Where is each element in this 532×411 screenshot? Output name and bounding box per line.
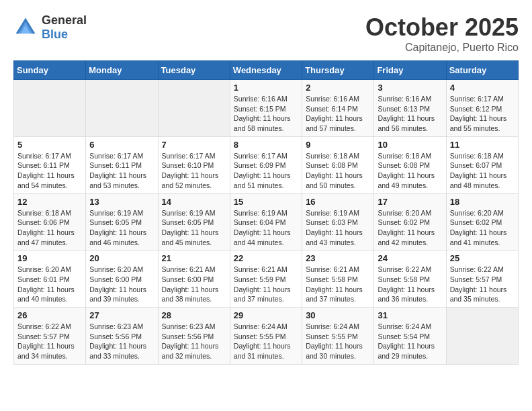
calendar-header: SundayMondayTuesdayWednesdayThursdayFrid… bbox=[14, 61, 519, 80]
calendar-cell: 19Sunrise: 6:20 AMSunset: 6:01 PMDayligh… bbox=[14, 250, 86, 308]
day-number: 21 bbox=[162, 253, 226, 263]
weekday-header-row: SundayMondayTuesdayWednesdayThursdayFrid… bbox=[14, 61, 519, 80]
day-number: 24 bbox=[378, 253, 442, 263]
calendar-week-row: 5Sunrise: 6:17 AMSunset: 6:11 PMDaylight… bbox=[14, 136, 519, 193]
calendar-cell: 9Sunrise: 6:18 AMSunset: 6:08 PMDaylight… bbox=[302, 136, 374, 193]
calendar-cell: 18Sunrise: 6:20 AMSunset: 6:02 PMDayligh… bbox=[446, 193, 518, 250]
calendar-week-row: 19Sunrise: 6:20 AMSunset: 6:01 PMDayligh… bbox=[14, 250, 519, 308]
weekday-header-thursday: Thursday bbox=[302, 61, 374, 80]
day-info: Sunrise: 6:16 AMSunset: 6:13 PMDaylight:… bbox=[378, 94, 442, 134]
weekday-header-monday: Monday bbox=[86, 61, 158, 80]
calendar-cell: 4Sunrise: 6:17 AMSunset: 6:12 PMDaylight… bbox=[446, 80, 518, 137]
day-number: 25 bbox=[450, 253, 515, 263]
day-number: 13 bbox=[89, 197, 154, 207]
day-number: 14 bbox=[162, 197, 226, 207]
day-number: 12 bbox=[17, 197, 82, 207]
day-info: Sunrise: 6:19 AMSunset: 6:04 PMDaylight:… bbox=[234, 208, 298, 248]
day-number: 1 bbox=[234, 83, 298, 93]
day-info: Sunrise: 6:17 AMSunset: 6:11 PMDaylight:… bbox=[89, 151, 154, 191]
calendar-cell: 17Sunrise: 6:20 AMSunset: 6:02 PMDayligh… bbox=[374, 193, 446, 250]
logo-text-blue: Blue bbox=[42, 28, 68, 41]
calendar-cell: 12Sunrise: 6:18 AMSunset: 6:06 PMDayligh… bbox=[14, 193, 86, 250]
day-info: Sunrise: 6:16 AMSunset: 6:15 PMDaylight:… bbox=[234, 94, 298, 134]
calendar-week-row: 1Sunrise: 6:16 AMSunset: 6:15 PMDaylight… bbox=[14, 80, 519, 137]
calendar-cell: 22Sunrise: 6:21 AMSunset: 5:59 PMDayligh… bbox=[230, 250, 302, 308]
weekday-header-sunday: Sunday bbox=[14, 61, 86, 80]
calendar-cell: 25Sunrise: 6:22 AMSunset: 5:57 PMDayligh… bbox=[446, 250, 518, 308]
day-number: 9 bbox=[306, 140, 370, 150]
day-info: Sunrise: 6:24 AMSunset: 5:55 PMDaylight:… bbox=[306, 322, 370, 361]
calendar-cell: 20Sunrise: 6:20 AMSunset: 6:00 PMDayligh… bbox=[86, 250, 158, 308]
calendar-cell: 27Sunrise: 6:23 AMSunset: 5:56 PMDayligh… bbox=[86, 308, 158, 365]
day-info: Sunrise: 6:21 AMSunset: 5:58 PMDaylight:… bbox=[306, 265, 370, 304]
day-number: 15 bbox=[234, 197, 298, 207]
day-number: 3 bbox=[378, 83, 442, 93]
logo: General Blue bbox=[13, 13, 87, 42]
calendar-cell: 11Sunrise: 6:18 AMSunset: 6:07 PMDayligh… bbox=[446, 136, 518, 193]
day-number: 8 bbox=[234, 140, 298, 150]
day-number: 7 bbox=[162, 140, 226, 150]
day-info: Sunrise: 6:18 AMSunset: 6:08 PMDaylight:… bbox=[306, 151, 370, 191]
day-number: 16 bbox=[306, 197, 370, 207]
calendar-cell: 5Sunrise: 6:17 AMSunset: 6:11 PMDaylight… bbox=[14, 136, 86, 193]
day-info: Sunrise: 6:17 AMSunset: 6:12 PMDaylight:… bbox=[450, 94, 515, 134]
day-info: Sunrise: 6:18 AMSunset: 6:08 PMDaylight:… bbox=[378, 151, 442, 191]
calendar-cell: 10Sunrise: 6:18 AMSunset: 6:08 PMDayligh… bbox=[374, 136, 446, 193]
day-info: Sunrise: 6:19 AMSunset: 6:05 PMDaylight:… bbox=[89, 208, 154, 248]
calendar-cell: 29Sunrise: 6:24 AMSunset: 5:55 PMDayligh… bbox=[230, 308, 302, 365]
calendar-cell: 6Sunrise: 6:17 AMSunset: 6:11 PMDaylight… bbox=[86, 136, 158, 193]
calendar-cell bbox=[14, 80, 86, 137]
day-number: 26 bbox=[17, 310, 82, 320]
day-number: 19 bbox=[17, 253, 82, 263]
day-number: 30 bbox=[306, 310, 370, 320]
calendar-cell: 14Sunrise: 6:19 AMSunset: 6:05 PMDayligh… bbox=[158, 193, 230, 250]
calendar-table: SundayMondayTuesdayWednesdayThursdayFrid… bbox=[13, 60, 519, 365]
month-title: October 2025 bbox=[365, 13, 519, 42]
day-number: 31 bbox=[378, 310, 442, 320]
day-info: Sunrise: 6:20 AMSunset: 6:02 PMDaylight:… bbox=[378, 208, 442, 248]
day-number: 29 bbox=[234, 310, 298, 320]
day-info: Sunrise: 6:20 AMSunset: 6:02 PMDaylight:… bbox=[450, 208, 515, 248]
day-number: 27 bbox=[89, 310, 154, 320]
logo-icon bbox=[13, 15, 38, 40]
day-info: Sunrise: 6:23 AMSunset: 5:56 PMDaylight:… bbox=[89, 322, 154, 361]
weekday-header-wednesday: Wednesday bbox=[230, 61, 302, 80]
day-info: Sunrise: 6:22 AMSunset: 5:58 PMDaylight:… bbox=[378, 265, 442, 304]
calendar-cell: 28Sunrise: 6:23 AMSunset: 5:56 PMDayligh… bbox=[158, 308, 230, 365]
day-number: 22 bbox=[234, 253, 298, 263]
day-number: 6 bbox=[89, 140, 154, 150]
day-number: 10 bbox=[378, 140, 442, 150]
day-info: Sunrise: 6:21 AMSunset: 5:59 PMDaylight:… bbox=[234, 265, 298, 304]
calendar-cell: 3Sunrise: 6:16 AMSunset: 6:13 PMDaylight… bbox=[374, 80, 446, 137]
day-info: Sunrise: 6:21 AMSunset: 6:00 PMDaylight:… bbox=[162, 265, 226, 304]
calendar-cell: 16Sunrise: 6:19 AMSunset: 6:03 PMDayligh… bbox=[302, 193, 374, 250]
day-info: Sunrise: 6:20 AMSunset: 6:01 PMDaylight:… bbox=[17, 265, 82, 304]
day-number: 11 bbox=[450, 140, 515, 150]
calendar-cell: 24Sunrise: 6:22 AMSunset: 5:58 PMDayligh… bbox=[374, 250, 446, 308]
day-info: Sunrise: 6:22 AMSunset: 5:57 PMDaylight:… bbox=[450, 265, 515, 304]
calendar-cell bbox=[446, 308, 518, 365]
day-info: Sunrise: 6:17 AMSunset: 6:11 PMDaylight:… bbox=[17, 151, 82, 191]
calendar-cell bbox=[86, 80, 158, 137]
weekday-header-friday: Friday bbox=[374, 61, 446, 80]
calendar-cell: 13Sunrise: 6:19 AMSunset: 6:05 PMDayligh… bbox=[86, 193, 158, 250]
day-info: Sunrise: 6:17 AMSunset: 6:10 PMDaylight:… bbox=[162, 151, 226, 191]
day-info: Sunrise: 6:24 AMSunset: 5:55 PMDaylight:… bbox=[234, 322, 298, 361]
day-info: Sunrise: 6:24 AMSunset: 5:54 PMDaylight:… bbox=[378, 322, 442, 361]
day-info: Sunrise: 6:18 AMSunset: 6:07 PMDaylight:… bbox=[450, 151, 515, 191]
day-info: Sunrise: 6:19 AMSunset: 6:03 PMDaylight:… bbox=[306, 208, 370, 248]
calendar-cell: 2Sunrise: 6:16 AMSunset: 6:14 PMDaylight… bbox=[302, 80, 374, 137]
calendar-cell: 26Sunrise: 6:22 AMSunset: 5:57 PMDayligh… bbox=[14, 308, 86, 365]
calendar-cell bbox=[158, 80, 230, 137]
weekday-header-saturday: Saturday bbox=[446, 61, 518, 80]
day-number: 18 bbox=[450, 197, 515, 207]
calendar-week-row: 12Sunrise: 6:18 AMSunset: 6:06 PMDayligh… bbox=[14, 193, 519, 250]
day-info: Sunrise: 6:23 AMSunset: 5:56 PMDaylight:… bbox=[162, 322, 226, 361]
day-number: 23 bbox=[306, 253, 370, 263]
calendar-cell: 30Sunrise: 6:24 AMSunset: 5:55 PMDayligh… bbox=[302, 308, 374, 365]
day-number: 2 bbox=[306, 83, 370, 93]
calendar-cell: 7Sunrise: 6:17 AMSunset: 6:10 PMDaylight… bbox=[158, 136, 230, 193]
day-number: 17 bbox=[378, 197, 442, 207]
calendar-week-row: 26Sunrise: 6:22 AMSunset: 5:57 PMDayligh… bbox=[14, 308, 519, 365]
calendar-cell: 1Sunrise: 6:16 AMSunset: 6:15 PMDaylight… bbox=[230, 80, 302, 137]
